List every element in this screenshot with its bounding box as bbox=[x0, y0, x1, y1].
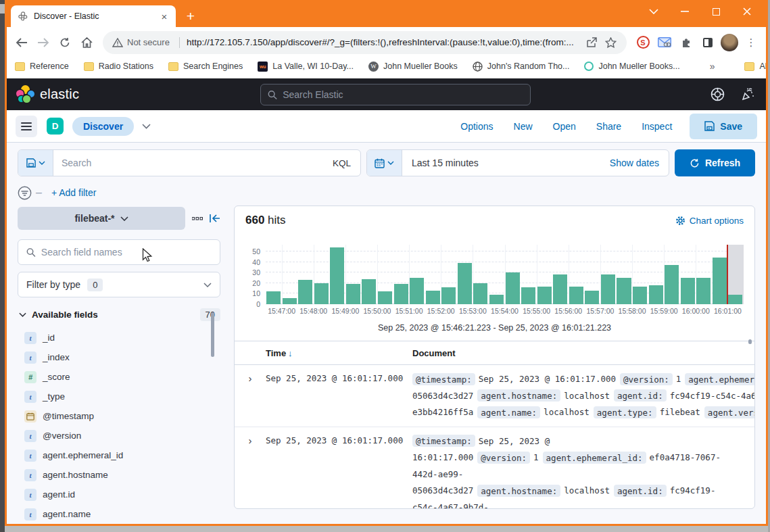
breadcrumb-chevron-icon[interactable] bbox=[142, 124, 151, 129]
help-lifering-icon[interactable] bbox=[711, 87, 725, 101]
collapse-sidebar-icon[interactable] bbox=[210, 214, 220, 222]
bookmark-item[interactable]: wuLa Valle, WI 10-Day... bbox=[258, 62, 354, 72]
bookmark-star-icon[interactable] bbox=[601, 33, 620, 52]
histogram-bar[interactable] bbox=[521, 287, 535, 304]
filter-by-type-select[interactable]: Filter by type 0 bbox=[18, 272, 220, 297]
field-item[interactable]: t@version bbox=[18, 426, 220, 445]
nav-link-inspect[interactable]: Inspect bbox=[642, 121, 672, 132]
field-item[interactable]: tagent.ephemeral_id bbox=[18, 445, 220, 465]
field-item[interactable]: #_score bbox=[18, 367, 220, 387]
bookmark-item[interactable]: Radio Stations bbox=[84, 62, 153, 71]
histogram-bar[interactable] bbox=[506, 272, 520, 304]
field-item[interactable]: t_type bbox=[18, 387, 220, 406]
bookmark-item[interactable]: Search Engines bbox=[168, 62, 243, 71]
field-item[interactable]: t_index bbox=[18, 347, 220, 367]
table-scrollbar[interactable] bbox=[748, 339, 752, 344]
save-button[interactable]: Save bbox=[690, 114, 757, 139]
url-text[interactable]: http://172.105.7.150/app/discover#/?_g=(… bbox=[187, 37, 582, 47]
histogram-bar[interactable] bbox=[681, 278, 695, 304]
histogram-bar[interactable] bbox=[617, 278, 631, 304]
window-maximize-button[interactable] bbox=[700, 3, 731, 20]
date-picker-calendar-button[interactable] bbox=[367, 150, 402, 176]
field-search-box[interactable] bbox=[18, 239, 220, 265]
histogram-bar[interactable] bbox=[458, 263, 472, 304]
extensions-puzzle-icon[interactable] bbox=[677, 33, 696, 52]
browser-menu-kebab-icon[interactable]: ⋮ bbox=[742, 33, 761, 52]
tab-close-icon[interactable]: × bbox=[158, 10, 170, 22]
time-column-header[interactable]: Time↓ bbox=[266, 348, 412, 358]
histogram-bar[interactable] bbox=[394, 284, 408, 304]
histogram-bar[interactable] bbox=[410, 278, 424, 304]
security-label[interactable]: Not secure bbox=[127, 37, 170, 47]
all-bookmarks-button[interactable]: All Bookmarks bbox=[744, 62, 766, 71]
back-button[interactable] bbox=[12, 33, 31, 52]
new-tab-button[interactable]: + bbox=[181, 7, 200, 26]
histogram-bar[interactable] bbox=[314, 283, 329, 304]
extension-mail-icon[interactable] bbox=[655, 33, 674, 52]
histogram-bar[interactable] bbox=[362, 279, 376, 304]
histogram-bar[interactable] bbox=[665, 265, 679, 304]
bookmarks-overflow-chevrons[interactable]: » bbox=[710, 61, 715, 72]
reload-button[interactable] bbox=[55, 33, 74, 52]
histogram-bar[interactable] bbox=[426, 291, 440, 304]
sidebar-scrollbar[interactable] bbox=[211, 312, 214, 357]
field-item[interactable]: @timestamp bbox=[18, 406, 220, 426]
histogram-bar[interactable] bbox=[569, 287, 583, 304]
histogram-bar[interactable] bbox=[441, 287, 456, 304]
field-item[interactable]: tagent.hostname bbox=[18, 465, 220, 485]
side-panel-icon[interactable] bbox=[698, 33, 717, 52]
histogram-bar[interactable] bbox=[713, 258, 727, 304]
bookmark-item[interactable]: John Mueller Books... bbox=[584, 62, 679, 71]
saved-query-menu-button[interactable] bbox=[18, 150, 53, 176]
histogram-bar[interactable] bbox=[346, 284, 360, 304]
query-search-input[interactable] bbox=[53, 158, 323, 168]
query-language-kql-button[interactable]: KQL bbox=[323, 158, 360, 168]
histogram-bar[interactable] bbox=[553, 274, 567, 304]
histogram-bar[interactable] bbox=[283, 298, 297, 304]
elastic-global-search[interactable] bbox=[260, 84, 531, 105]
extension-s-icon[interactable]: S bbox=[633, 33, 652, 52]
histogram-bar[interactable] bbox=[601, 274, 615, 304]
histogram-bar[interactable] bbox=[537, 287, 552, 304]
url-bar[interactable]: Not secure http://172.105.7.150/app/disc… bbox=[103, 31, 627, 54]
newsfeed-party-icon[interactable] bbox=[741, 87, 755, 101]
menu-hamburger-icon[interactable] bbox=[16, 116, 37, 137]
browser-tab[interactable]: Discover - Elastic × bbox=[11, 5, 176, 27]
nav-link-share[interactable]: Share bbox=[596, 121, 621, 132]
bookmark-item[interactable]: John's Random Tho... bbox=[473, 62, 570, 72]
nav-link-options[interactable]: Options bbox=[460, 121, 493, 132]
histogram-bar[interactable] bbox=[649, 285, 663, 304]
profile-avatar[interactable] bbox=[720, 33, 739, 52]
elastic-search-input[interactable] bbox=[283, 89, 523, 100]
chart-options-button[interactable]: Chart options bbox=[675, 216, 744, 226]
histogram-bar[interactable] bbox=[378, 291, 392, 304]
filter-menu-icon[interactable] bbox=[18, 186, 32, 200]
field-options-dots-icon[interactable] bbox=[192, 217, 203, 220]
nav-link-new[interactable]: New bbox=[514, 121, 533, 132]
window-chevron-icon[interactable] bbox=[638, 3, 669, 20]
histogram-bar[interactable] bbox=[728, 295, 742, 304]
index-pattern-selector[interactable]: filebeat-* bbox=[18, 207, 185, 230]
refresh-button[interactable]: Refresh bbox=[675, 149, 755, 176]
histogram-bar[interactable] bbox=[489, 295, 504, 304]
field-search-input[interactable] bbox=[41, 247, 212, 258]
histogram-bar[interactable] bbox=[330, 247, 344, 304]
field-item[interactable]: tagent.id bbox=[18, 485, 220, 504]
expand-row-button[interactable]: › bbox=[235, 433, 266, 510]
breadcrumb-discover[interactable]: Discover bbox=[72, 117, 134, 136]
home-button[interactable] bbox=[77, 33, 96, 52]
field-item[interactable]: t_id bbox=[18, 328, 220, 347]
add-filter-button[interactable]: + Add filter bbox=[51, 187, 97, 198]
window-close-button[interactable] bbox=[731, 3, 763, 20]
nav-link-open[interactable]: Open bbox=[553, 121, 576, 132]
expand-row-button[interactable]: › bbox=[235, 371, 266, 421]
sort-desc-icon[interactable]: ↓ bbox=[288, 348, 293, 358]
histogram-bar[interactable] bbox=[298, 280, 312, 304]
bookmark-item[interactable]: WJohn Mueller Books bbox=[368, 62, 458, 72]
discover-app-badge[interactable]: D bbox=[47, 118, 64, 135]
forward-button[interactable] bbox=[34, 33, 53, 52]
time-range-value[interactable]: Last 15 minutes bbox=[402, 158, 610, 168]
field-item[interactable]: tagent.name bbox=[18, 504, 220, 524]
histogram-bar[interactable] bbox=[473, 283, 487, 304]
histogram-bar[interactable] bbox=[696, 278, 711, 304]
